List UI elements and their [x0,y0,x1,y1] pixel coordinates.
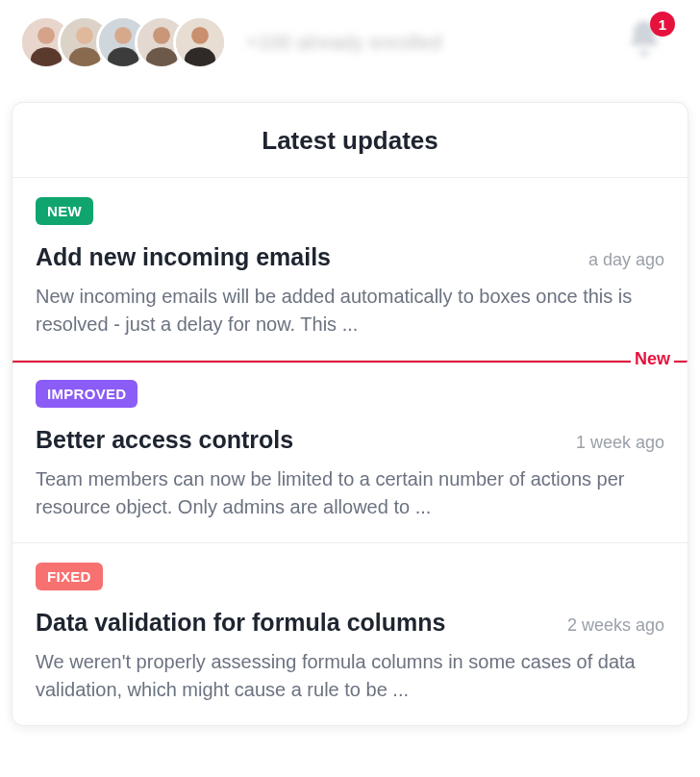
svg-point-10 [153,27,170,44]
avatar[interactable] [173,15,227,69]
update-description: We weren't properly assessing formula co… [36,648,664,704]
update-time: 2 weeks ago [567,615,664,636]
svg-point-7 [114,27,132,44]
notifications-button[interactable]: 1 [623,17,669,63]
status-badge-new: NEW [36,197,93,225]
enrolled-count: +100 already enrolled [246,32,441,54]
update-item[interactable]: FIXED Data validation for formula column… [12,543,688,725]
update-item[interactable]: IMPROVED Better access controls 1 week a… [12,361,688,543]
svg-point-4 [76,27,93,44]
update-title: Better access controls [36,425,293,454]
updates-panel: Latest updates NEW Add new incoming emai… [12,102,688,726]
update-title: Add new incoming emails [36,242,331,271]
avatar-stack [19,15,227,69]
update-description: Team members can now be limited to a cer… [36,465,664,521]
status-badge-fixed: FIXED [36,563,103,590]
update-title: Data validation for formula columns [36,608,445,637]
update-time: a day ago [588,250,664,270]
status-badge-improved: IMPROVED [36,380,138,408]
svg-point-1 [38,27,55,44]
panel-title: Latest updates [12,103,688,178]
svg-point-13 [191,27,209,44]
update-item[interactable]: NEW Add new incoming emails a day ago Ne… [12,178,688,361]
notification-badge: 1 [650,12,675,37]
update-time: 1 week ago [576,433,664,453]
header: +100 already enrolled 1 [0,0,700,92]
update-description: New incoming emails will be added automa… [36,283,664,338]
